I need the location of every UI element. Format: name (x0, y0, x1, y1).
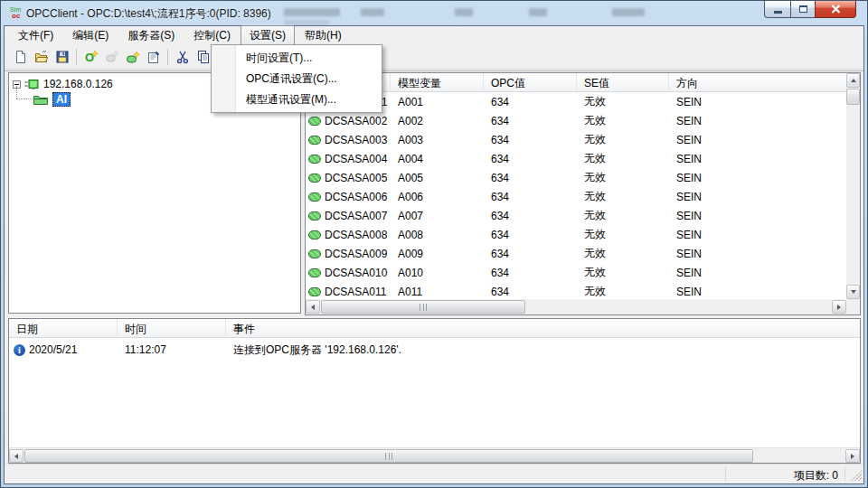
item-name: DCSASA005 (325, 172, 387, 184)
se-value: 无效 (577, 94, 669, 109)
svg-text:oc: oc (12, 12, 21, 20)
column-header-dir[interactable]: 方向 (669, 73, 846, 91)
item-icon (308, 155, 321, 164)
resize-grip[interactable] (851, 470, 862, 481)
scroll-right-button[interactable] (832, 300, 846, 314)
log-date: 2020/5/21 (29, 343, 77, 356)
scroll-right-button[interactable] (845, 449, 860, 463)
event-log[interactable]: 日期 时间 事件 i2020/5/21 11:12:07 连接到OPC服务器 '… (8, 318, 861, 464)
table-row[interactable]: DCSASA005 A005 634 无效 SEIN (306, 168, 846, 187)
table-row[interactable]: DCSASA011 A011 634 无效 SEIN (306, 282, 846, 299)
table-row[interactable]: DCSASA002 A002 634 无效 SEIN (306, 111, 846, 130)
items-count: 项目数: 0 (794, 468, 838, 483)
list-vertical-scrollbar[interactable] (846, 73, 860, 299)
item-name: DCSASA003 (325, 134, 387, 146)
column-header-model[interactable]: 模型变量 (391, 73, 484, 91)
item-icon (308, 230, 321, 239)
log-row[interactable]: i2020/5/21 11:12:07 连接到OPC服务器 '192.168.0… (9, 341, 860, 359)
table-row[interactable]: DCSASA007 A007 634 无效 SEIN (306, 206, 846, 225)
disconnect-server-button[interactable] (101, 47, 122, 67)
item-icon (308, 136, 321, 145)
se-value: 无效 (577, 170, 669, 185)
opc-value: 634 (484, 286, 577, 298)
save-button[interactable] (52, 47, 72, 67)
menubar-item[interactable]: 控制(C) (184, 25, 240, 46)
list-horizontal-scrollbar[interactable] (306, 299, 846, 314)
toolbar: O (5, 45, 863, 70)
direction: SEIN (669, 191, 846, 203)
close-icon (831, 5, 841, 14)
scrollbar-thumb[interactable] (846, 89, 860, 105)
minimize-button[interactable] (764, 1, 791, 18)
scroll-down-button[interactable] (846, 285, 860, 299)
table-row[interactable]: DCSASA001 A001 634 无效 SEIN (306, 92, 846, 111)
add-item-button[interactable] (122, 47, 143, 67)
scrollbar-thumb[interactable] (24, 449, 753, 463)
properties-button[interactable] (143, 47, 164, 67)
tree-item-ai[interactable]: AI (52, 92, 71, 107)
title-bar[interactable]: Sim oc OPCClient - OPC:D:\test4\;流程1序号:0… (1, 1, 867, 25)
log-horizontal-scrollbar[interactable] (9, 447, 860, 463)
direction: SEIN (669, 115, 846, 127)
toolbar-separator (76, 49, 77, 65)
items-list[interactable]: 模型变量 OPC值 SE值 方向 DCSASA001 A001 634 无效 S… (305, 72, 861, 315)
thumb-grip (420, 304, 427, 311)
arrow-right-icon (851, 454, 854, 459)
properties-icon (146, 50, 161, 64)
model-variable: A010 (391, 267, 484, 279)
connect-server-icon: O (84, 50, 99, 64)
item-icon (308, 117, 321, 126)
opc-value: 634 (484, 115, 577, 127)
tree-connector (16, 99, 33, 99)
tree-root-label[interactable]: 192.168.0.126 (43, 78, 113, 90)
column-header-opc[interactable]: OPC值 (484, 73, 577, 91)
direction: SEIN (669, 286, 846, 298)
table-row[interactable]: DCSASA006 A006 634 无效 SEIN (306, 187, 846, 206)
table-row[interactable]: DCSASA009 A009 634 无效 SEIN (306, 244, 846, 263)
menu-item[interactable]: OPC通讯设置(C)... (212, 69, 382, 89)
model-variable: A003 (391, 134, 484, 146)
table-row[interactable]: DCSASA010 A010 634 无效 SEIN (306, 263, 846, 282)
menu-item[interactable]: 模型通讯设置(M)... (212, 89, 382, 110)
model-variable: A002 (391, 115, 484, 127)
scroll-up-button[interactable] (846, 73, 860, 88)
column-header-event[interactable]: 事件 (226, 319, 860, 337)
menubar-item[interactable]: 文件(F) (9, 25, 62, 46)
scrollbar-thumb[interactable] (321, 300, 525, 314)
new-icon (14, 50, 28, 64)
statusbar-separator (725, 467, 726, 481)
opc-value: 634 (484, 172, 577, 184)
item-icon (308, 268, 321, 277)
se-value: 无效 (577, 189, 669, 204)
opc-value: 634 (484, 267, 577, 279)
glass-ghost (361, 8, 384, 16)
maximize-button[interactable] (790, 1, 816, 18)
new-button[interactable] (10, 47, 31, 67)
se-value: 无效 (577, 208, 669, 223)
table-row[interactable]: DCSASA008 A008 634 无效 SEIN (306, 225, 846, 244)
app-icon: Sim oc (9, 5, 24, 20)
cut-button[interactable] (172, 47, 193, 67)
column-header-se[interactable]: SE值 (577, 73, 669, 91)
model-variable: A004 (391, 153, 484, 165)
menubar-item[interactable]: 设置(S) (241, 25, 295, 46)
model-variable: A006 (391, 191, 484, 203)
scroll-left-button[interactable] (9, 449, 24, 463)
table-row[interactable]: DCSASA004 A004 634 无效 SEIN (306, 149, 846, 168)
menubar-item[interactable]: 服务器(S) (118, 25, 184, 46)
se-value: 无效 (577, 113, 669, 128)
menubar-item[interactable]: 编辑(E) (63, 25, 118, 46)
open-button[interactable] (31, 47, 52, 67)
scroll-left-button[interactable] (306, 300, 320, 314)
column-header-date[interactable]: 日期 (9, 319, 118, 337)
menu-item[interactable]: 时间设置(T)... (212, 48, 382, 69)
model-variable: A011 (391, 286, 484, 298)
table-row[interactable]: DCSASA003 A003 634 无效 SEIN (306, 130, 846, 149)
minimize-icon (774, 11, 782, 14)
se-value: 无效 (577, 246, 669, 261)
close-button[interactable] (815, 1, 856, 18)
connect-server-button[interactable]: O (80, 47, 101, 67)
opc-value: 634 (484, 153, 577, 165)
menubar-item[interactable]: 帮助(H) (296, 25, 351, 46)
column-header-time[interactable]: 时间 (118, 319, 226, 337)
